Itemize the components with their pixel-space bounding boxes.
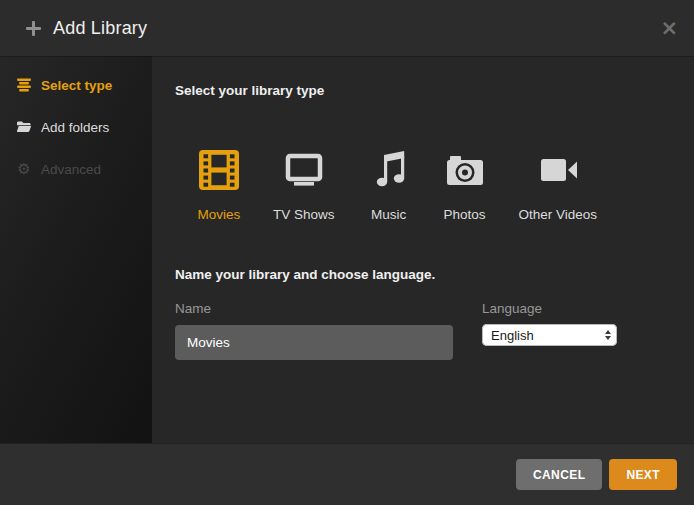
- library-type-movies[interactable]: Movies: [197, 148, 241, 222]
- list-lines-icon: [16, 77, 32, 93]
- language-select[interactable]: English: [482, 324, 617, 346]
- tv-icon: [282, 148, 326, 196]
- library-type-options: Movies TV Shows: [197, 148, 694, 222]
- music-note-icon: [367, 148, 411, 196]
- cancel-button[interactable]: CANCEL: [516, 459, 602, 490]
- select-arrows-icon: [605, 330, 611, 340]
- film-icon: [197, 148, 241, 196]
- add-library-dialog: Add Library × Select type: [0, 0, 694, 505]
- library-type-label: Photos: [444, 207, 486, 222]
- sidebar-item-select-type[interactable]: Select type: [0, 64, 152, 106]
- sidebar-item-label: Advanced: [41, 162, 101, 177]
- plus-icon: [26, 21, 41, 36]
- folder-icon: [16, 119, 32, 135]
- library-type-photos[interactable]: Photos: [443, 148, 487, 222]
- language-select-value: English: [491, 328, 534, 343]
- dialog-body: Select type Add folders ⚙ Advanced: [0, 56, 694, 443]
- gear-icon: ⚙: [16, 161, 32, 177]
- language-field-label: Language: [482, 301, 617, 316]
- library-type-label: TV Shows: [273, 207, 335, 222]
- next-button[interactable]: NEXT: [609, 459, 677, 490]
- library-type-label: Other Videos: [519, 207, 598, 222]
- select-type-panel: Select your library type: [152, 56, 694, 443]
- wizard-steps-sidebar: Select type Add folders ⚙ Advanced: [0, 56, 152, 443]
- dialog-title: Add Library: [53, 18, 147, 39]
- name-field-label: Name: [175, 301, 453, 316]
- dialog-header: Add Library ×: [0, 0, 694, 56]
- library-type-other-videos[interactable]: Other Videos: [519, 148, 598, 222]
- dialog-footer: CANCEL NEXT: [0, 443, 694, 505]
- library-type-label: Music: [371, 207, 406, 222]
- library-type-tv-shows[interactable]: TV Shows: [273, 148, 335, 222]
- sidebar-item-add-folders[interactable]: Add folders: [0, 106, 152, 148]
- library-name-input[interactable]: [175, 325, 453, 360]
- sidebar-item-label: Add folders: [41, 120, 109, 135]
- video-camera-icon: [536, 148, 580, 196]
- library-type-music[interactable]: Music: [367, 148, 411, 222]
- sidebar-item-advanced[interactable]: ⚙ Advanced: [0, 148, 152, 190]
- close-icon[interactable]: ×: [660, 18, 678, 39]
- library-type-heading: Select your library type: [175, 82, 694, 100]
- camera-icon: [443, 148, 487, 196]
- name-section-heading: Name your library and choose language.: [175, 267, 694, 282]
- sidebar-item-label: Select type: [41, 78, 112, 93]
- library-type-label: Movies: [198, 207, 241, 222]
- name-language-fields: Name Language English: [175, 301, 694, 360]
